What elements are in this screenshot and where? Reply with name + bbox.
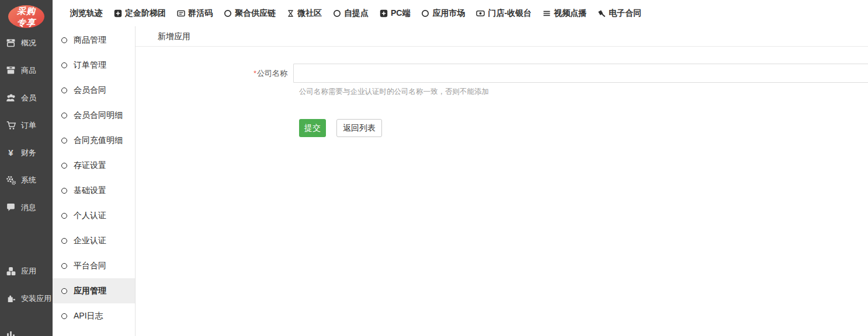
subnav-label: 商品管理 xyxy=(74,35,106,46)
radio-circle-icon xyxy=(61,288,67,294)
bar-chart-icon xyxy=(5,330,16,336)
nav-item-label: 定金阶梯团 xyxy=(125,8,166,19)
nav-item-label: 群活码 xyxy=(188,8,213,19)
subnav-item-personal-auth[interactable]: 个人认证 xyxy=(53,203,135,228)
sidebar-item-label: 会员 xyxy=(21,93,36,103)
message-bubble-icon xyxy=(5,202,16,212)
square-plus-icon xyxy=(380,9,388,18)
submit-button[interactable]: 提交 xyxy=(299,119,326,137)
cash-register-icon xyxy=(476,9,485,18)
radio-circle-icon xyxy=(61,263,67,269)
logo-line1: 采购 xyxy=(17,5,36,17)
subnav-item-order-mgmt[interactable]: 订单管理 xyxy=(53,52,135,78)
back-to-list-button[interactable]: 返回列表 xyxy=(336,119,382,137)
sidebar-item-system[interactable]: 系统 xyxy=(0,166,53,194)
nav-item-label: 视频点播 xyxy=(554,8,586,19)
radio-circle-icon xyxy=(61,113,67,118)
subnav-label: 会员合同 xyxy=(74,85,106,96)
page-title: 新增应用 xyxy=(136,26,868,47)
subnav-label: 会员合同明细 xyxy=(74,110,123,121)
finance-yen-icon: ¥ xyxy=(5,148,16,158)
sidebar-item-label: 概况 xyxy=(21,38,36,48)
nav-item-deposit-ladder-group[interactable]: 定金阶梯团 xyxy=(114,8,166,19)
subnav-label: 个人认证 xyxy=(74,211,106,221)
nav-item-label: 电子合同 xyxy=(609,8,641,19)
main-content: 新增应用 *公司名称 公司名称需要与企业认证时的公司名称一致，否则不能添加 提交… xyxy=(136,26,868,336)
sidebar-item-products[interactable]: 商品 xyxy=(0,57,53,84)
sidebar-item-partial[interactable] xyxy=(0,321,53,336)
subnav-item-platform-contract[interactable]: 平台合同 xyxy=(53,253,135,278)
sidebar-item-label: 安装应用 xyxy=(21,293,51,304)
product-box-icon xyxy=(5,65,16,75)
subnav-label: API日志 xyxy=(74,311,103,321)
nav-item-supply-chain[interactable]: 聚合供应链 xyxy=(224,8,276,19)
radio-circle-icon xyxy=(61,188,67,194)
nav-item-label: 聚合供应链 xyxy=(235,8,276,19)
nav-item-label: PC端 xyxy=(391,8,410,19)
primary-sidebar: 采购 专享 概况 商品 会员 订单 xyxy=(0,0,53,336)
nav-item-video-on-demand[interactable]: 视频点播 xyxy=(543,8,586,19)
subnav-item-basic-settings[interactable]: 基础设置 xyxy=(53,178,135,203)
company-name-helper-text: 公司名称需要与企业认证时的公司名称一致，否则不能添加 xyxy=(299,87,868,97)
subnav-label: 订单管理 xyxy=(74,60,106,71)
logo-line2: 专享 xyxy=(17,17,36,29)
sidebar-item-label: 消息 xyxy=(21,202,36,213)
store-logo[interactable]: 采购 专享 xyxy=(8,5,44,28)
orders-cart-icon xyxy=(5,120,16,131)
app-window: 采购 专享 概况 商品 会员 订单 xyxy=(0,0,868,336)
subnav-item-member-contract[interactable]: 会员合同 xyxy=(53,78,135,103)
hourglass-icon xyxy=(287,9,294,18)
subnav-item-member-contract-detail[interactable]: 会员合同明细 xyxy=(53,103,135,128)
subnav-item-evidence-settings[interactable]: 存证设置 xyxy=(53,153,135,178)
subnav-label: 企业认证 xyxy=(74,236,106,246)
new-app-form: *公司名称 公司名称需要与企业认证时的公司名称一致，否则不能添加 提交 返回列表 xyxy=(136,64,868,137)
nav-item-browse-track[interactable]: 浏览轨迹 xyxy=(70,8,103,19)
radio-circle-icon xyxy=(61,213,67,219)
nav-item-app-market[interactable]: 应用市场 xyxy=(421,8,465,19)
apps-cluster-icon xyxy=(5,266,16,276)
sidebar-item-apps[interactable]: 应用 xyxy=(0,257,53,285)
sidebar-item-overview[interactable]: 概况 xyxy=(0,29,53,57)
members-icon xyxy=(5,93,16,103)
sidebar-item-label: 商品 xyxy=(21,65,36,76)
radio-circle-icon xyxy=(61,37,67,43)
sidebar-item-messages[interactable]: 消息 xyxy=(0,194,53,221)
company-name-row: *公司名称 xyxy=(136,64,868,83)
list-lines-icon xyxy=(543,9,551,18)
sidebar-item-label: 订单 xyxy=(21,120,36,131)
nav-item-pc-client[interactable]: PC端 xyxy=(380,8,410,19)
circle-icon xyxy=(333,9,341,18)
nav-item-micro-community[interactable]: 微社区 xyxy=(287,8,322,19)
secondary-sidebar: 商品管理 订单管理 会员合同 会员合同明细 合同充值明细 xyxy=(53,26,136,336)
nav-item-label: 自提点 xyxy=(344,8,369,19)
company-name-label-text: 公司名称 xyxy=(257,69,287,78)
subnav-label: 平台合同 xyxy=(74,261,106,271)
subnav-item-enterprise-auth[interactable]: 企业认证 xyxy=(53,228,135,253)
nav-item-store-cashier[interactable]: 门店-收银台 xyxy=(476,8,532,19)
nav-item-label: 应用市场 xyxy=(432,8,465,19)
subnav-item-product-mgmt[interactable]: 商品管理 xyxy=(53,27,135,52)
install-app-icon xyxy=(5,293,16,303)
nav-item-pickup-point[interactable]: 自提点 xyxy=(333,8,369,19)
overview-box-icon xyxy=(5,38,16,48)
sidebar-item-label: 应用 xyxy=(21,266,36,276)
subnav-item-contract-recharge-detail[interactable]: 合同充值明细 xyxy=(53,128,135,153)
subnav-label: 合同充值明细 xyxy=(74,135,123,146)
content-row: 商品管理 订单管理 会员合同 会员合同明细 合同充值明细 xyxy=(53,26,868,336)
radio-circle-icon xyxy=(61,238,67,244)
nav-item-group-qr[interactable]: 群活码 xyxy=(177,8,213,19)
sidebar-item-label: 财务 xyxy=(21,148,36,158)
sidebar-item-orders[interactable]: 订单 xyxy=(0,111,53,139)
sidebar-item-members[interactable]: 会员 xyxy=(0,84,53,111)
top-plugin-nav: 浏览轨迹 定金阶梯团 群活码 聚合供应链 微社区 自提点 xyxy=(53,0,868,26)
subnav-label: 基础设置 xyxy=(74,186,106,196)
radio-circle-icon xyxy=(61,62,67,68)
subnav-item-api-log[interactable]: API日志 xyxy=(53,303,135,328)
circle-icon xyxy=(421,9,429,18)
sidebar-item-finance[interactable]: ¥ 财务 xyxy=(0,139,53,166)
company-name-input[interactable] xyxy=(293,64,868,83)
nav-item-e-contract[interactable]: 电子合同 xyxy=(598,8,641,19)
sidebar-item-install-apps[interactable]: 安装应用 xyxy=(0,285,53,312)
subnav-item-app-mgmt[interactable]: 应用管理 xyxy=(53,278,135,303)
company-name-label: *公司名称 xyxy=(136,68,293,79)
